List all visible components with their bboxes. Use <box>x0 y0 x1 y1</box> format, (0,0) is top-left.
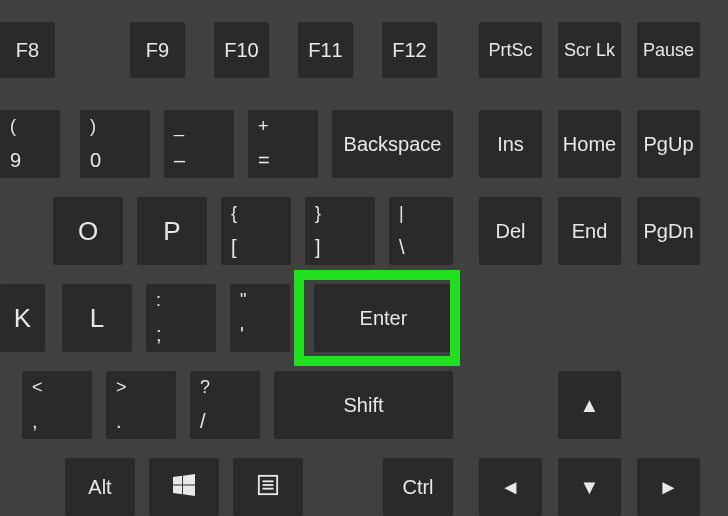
key-o[interactable]: O <box>53 197 123 265</box>
key-shift-label: } <box>315 203 321 224</box>
key-label: Del <box>495 220 525 243</box>
key-label: , <box>32 410 38 433</box>
key-shift-label: + <box>258 116 269 137</box>
key-k[interactable]: K <box>0 284 45 352</box>
key-label: 0 <box>90 149 101 172</box>
key-menu[interactable] <box>233 458 303 516</box>
key-label: PrtSc <box>488 40 532 61</box>
key-label: – <box>174 149 185 172</box>
key-shift-label: _ <box>174 116 184 137</box>
key-label: Home <box>563 133 616 156</box>
key-label: P <box>163 216 180 247</box>
key-label: Enter <box>360 307 408 330</box>
key-label: Backspace <box>344 133 442 156</box>
windows-icon <box>173 474 195 501</box>
key-arrow-up[interactable]: ▲ <box>558 371 621 439</box>
key-label: F8 <box>16 39 39 62</box>
key-label: F11 <box>308 39 342 62</box>
key-label: O <box>78 216 98 247</box>
key-label: F9 <box>146 39 169 62</box>
key-end[interactable]: End <box>558 197 621 265</box>
key-label: ] <box>315 236 321 259</box>
key-label: Ins <box>497 133 524 156</box>
key-semicolon[interactable]: : ; <box>146 284 216 352</box>
key-f11[interactable]: F11 <box>298 22 353 78</box>
key-quote[interactable]: " ' <box>230 284 290 352</box>
key-scrlk[interactable]: Scr Lk <box>558 22 621 78</box>
key-minus[interactable]: _ – <box>164 110 234 178</box>
key-shift-label: ? <box>200 377 210 398</box>
arrow-up-icon: ▲ <box>580 394 600 417</box>
key-arrow-down[interactable]: ▼ <box>558 458 621 516</box>
key-label: L <box>90 303 104 334</box>
key-label: \ <box>399 236 405 259</box>
key-9[interactable]: ( 9 <box>0 110 60 178</box>
key-f12[interactable]: F12 <box>382 22 437 78</box>
key-alt[interactable]: Alt <box>65 458 135 516</box>
key-backslash[interactable]: | \ <box>389 197 453 265</box>
key-label: Pause <box>643 40 694 61</box>
key-pgup[interactable]: PgUp <box>637 110 700 178</box>
key-0[interactable]: ) 0 <box>80 110 150 178</box>
key-period[interactable]: > . <box>106 371 176 439</box>
key-backspace[interactable]: Backspace <box>332 110 453 178</box>
key-label: . <box>116 410 122 433</box>
key-shift[interactable]: Shift <box>274 371 453 439</box>
key-left-bracket[interactable]: { [ <box>221 197 291 265</box>
key-label: Ctrl <box>402 476 433 499</box>
key-del[interactable]: Del <box>479 197 542 265</box>
key-pause[interactable]: Pause <box>637 22 700 78</box>
key-p[interactable]: P <box>137 197 207 265</box>
key-shift-label: < <box>32 377 43 398</box>
key-label: K <box>14 303 31 334</box>
key-f10[interactable]: F10 <box>214 22 269 78</box>
key-label: 9 <box>10 149 21 172</box>
keyboard: F8 F9 F10 F11 F12 PrtSc Scr Lk Pause ( 9… <box>0 0 728 516</box>
key-label: / <box>200 410 206 433</box>
key-arrow-right[interactable]: ► <box>637 458 700 516</box>
key-shift-label: | <box>399 203 404 224</box>
key-enter[interactable]: Enter <box>314 284 453 352</box>
key-label: PgUp <box>643 133 693 156</box>
key-f8[interactable]: F8 <box>0 22 55 78</box>
arrow-left-icon: ◄ <box>501 476 521 499</box>
key-l[interactable]: L <box>62 284 132 352</box>
key-pgdn[interactable]: PgDn <box>637 197 700 265</box>
key-label: F10 <box>224 39 258 62</box>
key-label: Shift <box>343 394 383 417</box>
key-arrow-left[interactable]: ◄ <box>479 458 542 516</box>
key-label: Alt <box>88 476 111 499</box>
key-home[interactable]: Home <box>558 110 621 178</box>
arrow-right-icon: ► <box>659 476 679 499</box>
key-ins[interactable]: Ins <box>479 110 542 178</box>
key-equals[interactable]: + = <box>248 110 318 178</box>
key-label: [ <box>231 236 237 259</box>
key-shift-label: > <box>116 377 127 398</box>
key-shift-label: ) <box>90 116 96 137</box>
key-slash[interactable]: ? / <box>190 371 260 439</box>
key-comma[interactable]: < , <box>22 371 92 439</box>
key-label: PgDn <box>643 220 693 243</box>
key-ctrl[interactable]: Ctrl <box>383 458 453 516</box>
arrow-down-icon: ▼ <box>580 476 600 499</box>
key-shift-label: ( <box>10 116 16 137</box>
key-prtsc[interactable]: PrtSc <box>479 22 542 78</box>
key-label: ; <box>156 323 162 346</box>
key-label: = <box>258 149 270 172</box>
key-shift-label: " <box>240 290 246 311</box>
key-windows[interactable] <box>149 458 219 516</box>
key-shift-label: { <box>231 203 237 224</box>
key-label: F12 <box>392 39 426 62</box>
key-label: End <box>572 220 608 243</box>
menu-icon <box>257 474 279 501</box>
key-label: ' <box>240 323 244 346</box>
key-right-bracket[interactable]: } ] <box>305 197 375 265</box>
key-label: Scr Lk <box>564 40 615 61</box>
key-shift-label: : <box>156 290 161 311</box>
key-f9[interactable]: F9 <box>130 22 185 78</box>
